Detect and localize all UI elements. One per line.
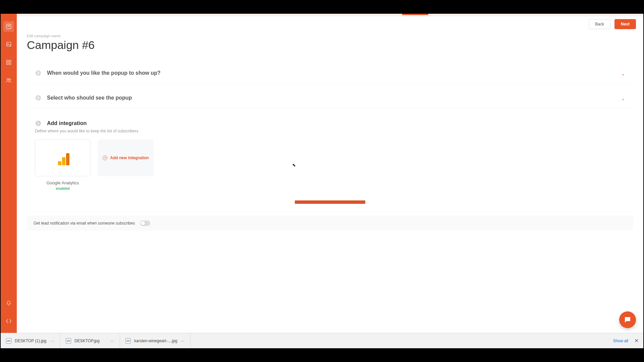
section-who-title: Select who should see the popup <box>47 95 132 101</box>
svg-rect-11 <box>7 63 8 65</box>
file-icon <box>6 338 11 344</box>
nav-apps-icon[interactable] <box>4 58 13 67</box>
downloads-close-icon[interactable]: ✕ <box>634 338 639 344</box>
arrow-right-icon <box>35 70 42 76</box>
section-integration-desc: Define where you would like to keep the … <box>35 129 625 133</box>
integration-card-google-analytics[interactable]: Google Analytics enabled <box>35 139 91 190</box>
integration-status: enabled <box>35 186 91 190</box>
svg-rect-3 <box>9 25 10 26</box>
chevron-up-icon[interactable]: ︿ <box>51 338 55 344</box>
svg-point-8 <box>7 43 8 44</box>
chevron-down-icon: ⌄ <box>621 96 625 101</box>
chevron-down-icon: ⌄ <box>621 71 625 76</box>
topbar: Back Next <box>17 16 643 29</box>
svg-point-14 <box>9 79 11 80</box>
section-integration: Add integration Define where you would l… <box>27 113 633 211</box>
download-item[interactable]: karsten-winegeart-....jpg ︿ <box>120 333 191 348</box>
campaign-title: Campaign #6 <box>27 39 633 52</box>
nav-image-icon[interactable] <box>4 40 13 49</box>
svg-rect-2 <box>8 25 9 26</box>
svg-rect-7 <box>7 42 11 47</box>
svg-rect-6 <box>9 26 10 27</box>
download-filename: DESKTOP.jpg <box>74 339 100 343</box>
add-integration-button[interactable]: + Add new integration <box>98 139 154 176</box>
section-when[interactable]: When would you like the popup to show up… <box>27 63 633 83</box>
next-button[interactable]: Next <box>614 19 636 29</box>
download-filename: DESKTOP (1).jpg <box>15 339 46 343</box>
svg-point-13 <box>7 79 9 80</box>
section-integration-title: Add integration <box>47 120 87 126</box>
nav-people-icon[interactable] <box>4 76 13 85</box>
downloads-bar: DESKTOP (1).jpg ︿ DESKTOP.jpg ︿ karsten-… <box>1 333 643 348</box>
app-viewport: JW Back Next Edit campaign name Campaign… <box>1 14 643 348</box>
file-icon <box>66 338 71 344</box>
svg-point-16 <box>36 95 41 101</box>
downloads-show-all[interactable]: Show all <box>613 339 628 343</box>
plus-circle-icon: + <box>103 156 107 160</box>
chevron-up-icon[interactable]: ︿ <box>110 338 114 344</box>
section-when-title: When would you like the popup to show up… <box>47 70 161 76</box>
loading-bar <box>295 200 365 204</box>
lead-notification-row: Get lead notification via email when som… <box>27 216 633 231</box>
download-item[interactable]: DESKTOP (1).jpg ︿ <box>1 333 60 348</box>
section-who[interactable]: Select who should see the popup ⌄ <box>27 88 633 108</box>
edit-campaign-name-link[interactable]: Edit campaign name <box>27 34 633 38</box>
svg-point-15 <box>36 70 41 76</box>
integration-name: Google Analytics <box>35 180 91 185</box>
svg-rect-5 <box>8 26 9 27</box>
add-integration-label: Add new integration <box>110 156 149 160</box>
google-analytics-icon <box>55 150 70 165</box>
svg-rect-12 <box>9 63 11 65</box>
back-button[interactable]: Back <box>589 19 610 29</box>
download-filename: karsten-winegeart-....jpg <box>134 339 177 343</box>
main-area: Back Next Edit campaign name Campaign #6… <box>17 14 643 333</box>
lead-notification-toggle[interactable] <box>140 221 150 226</box>
arrow-right-icon <box>35 120 42 127</box>
svg-rect-1 <box>7 25 8 26</box>
section-integration-header[interactable]: Add integration <box>35 120 625 127</box>
nav-code-icon[interactable] <box>4 317 13 325</box>
svg-point-17 <box>36 121 41 126</box>
sidebar: JW <box>1 14 17 348</box>
file-icon <box>125 338 131 344</box>
svg-rect-9 <box>7 60 8 62</box>
svg-rect-10 <box>9 60 11 62</box>
arrow-right-icon <box>35 95 42 101</box>
chat-launcher[interactable] <box>619 311 636 328</box>
download-item[interactable]: DESKTOP.jpg ︿ <box>60 333 120 348</box>
nav-bell-icon[interactable] <box>4 299 13 307</box>
chevron-up-icon[interactable]: ︿ <box>181 338 185 344</box>
wizard-progress <box>17 14 643 16</box>
lead-notification-label: Get lead notification via email when som… <box>34 221 135 226</box>
svg-rect-4 <box>7 26 8 27</box>
content: Edit campaign name Campaign #6 When woul… <box>17 29 643 244</box>
nav-dashboard-icon[interactable] <box>3 21 14 32</box>
